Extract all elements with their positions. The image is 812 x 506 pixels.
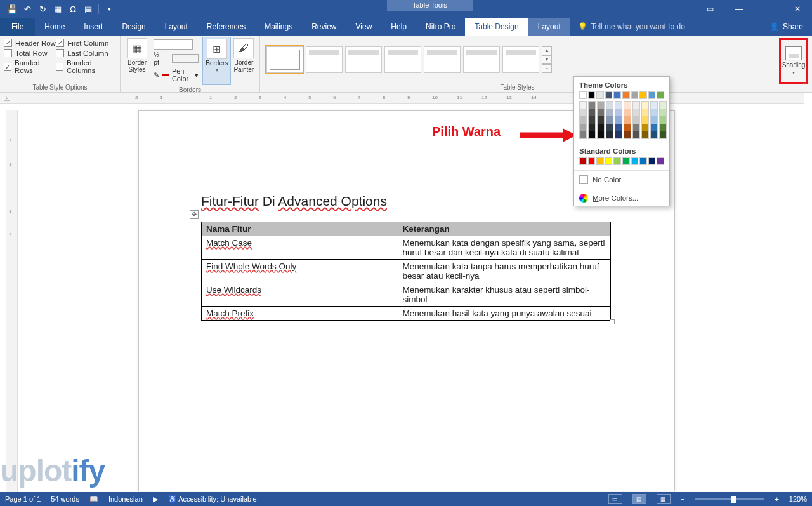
color-swatch[interactable]: [659, 131, 667, 139]
color-swatch[interactable]: [650, 124, 658, 131]
shading-button[interactable]: Shading ▾: [779, 38, 808, 84]
more-colors-item[interactable]: More Colors...: [574, 190, 669, 206]
line-style-selector[interactable]: [154, 39, 193, 50]
table-style-thumb[interactable]: [463, 46, 500, 73]
document-title[interactable]: Fitur-Fitur Di Advanced Options: [201, 194, 611, 209]
color-swatch[interactable]: [579, 131, 587, 139]
tab-table-design[interactable]: Table Design: [465, 18, 528, 36]
borders-button[interactable]: ⊞ Borders ▾: [202, 37, 231, 85]
tab-file[interactable]: File: [0, 18, 35, 36]
gallery-scroll[interactable]: ▲▼≡: [542, 46, 552, 73]
table-header[interactable]: Nama Fitur: [202, 222, 398, 236]
vertical-ruler[interactable]: 2112: [6, 110, 18, 492]
color-swatch[interactable]: [596, 157, 604, 165]
tab-help[interactable]: Help: [381, 18, 416, 36]
color-swatch[interactable]: [622, 91, 630, 99]
checkbox-total-row[interactable]: Total Row: [4, 49, 56, 57]
color-swatch[interactable]: [659, 124, 667, 131]
tab-review[interactable]: Review: [302, 18, 346, 36]
tab-mailings[interactable]: Mailings: [255, 18, 302, 36]
ribbon-display-icon[interactable]: ▭: [695, 0, 724, 18]
tab-view[interactable]: View: [346, 18, 382, 36]
color-swatch[interactable]: [650, 116, 658, 124]
color-swatch[interactable]: [613, 91, 621, 99]
redo-icon[interactable]: ↻: [36, 2, 49, 16]
color-swatch[interactable]: [613, 157, 621, 165]
table-row[interactable]: Find Whole Words OnlyMenemukan kata tanp…: [202, 260, 611, 283]
table-style-thumb[interactable]: [384, 46, 421, 73]
color-swatch[interactable]: [579, 109, 587, 116]
color-swatch[interactable]: [596, 91, 604, 99]
zoom-in-icon[interactable]: +: [775, 495, 778, 503]
pen-color-button[interactable]: ✎Pen Color ▾: [154, 67, 199, 83]
tab-table-layout[interactable]: Layout: [528, 18, 570, 36]
color-swatch[interactable]: [648, 91, 656, 99]
color-swatch[interactable]: [597, 124, 605, 131]
table-move-handle[interactable]: ✥: [190, 210, 199, 219]
color-swatch[interactable]: [588, 91, 596, 99]
color-swatch[interactable]: [631, 91, 639, 99]
page-icon[interactable]: ▤: [81, 2, 95, 16]
color-swatch[interactable]: [631, 157, 639, 165]
color-swatch[interactable]: [597, 116, 605, 124]
color-swatch[interactable]: [615, 131, 622, 139]
maximize-icon[interactable]: ☐: [754, 0, 783, 18]
color-swatch[interactable]: [624, 131, 631, 139]
color-swatch[interactable]: [588, 116, 596, 124]
save-icon[interactable]: 💾: [5, 2, 19, 16]
zoom-out-icon[interactable]: −: [681, 495, 684, 503]
color-swatch[interactable]: [597, 109, 605, 116]
color-swatch[interactable]: [659, 101, 667, 109]
color-swatch[interactable]: [579, 157, 587, 165]
color-swatch[interactable]: [588, 157, 596, 165]
color-swatch[interactable]: [641, 101, 649, 109]
color-swatch[interactable]: [588, 131, 596, 139]
tell-me-search[interactable]: 💡 Tell me what you want to do: [570, 18, 693, 36]
tab-design[interactable]: Design: [112, 18, 155, 36]
color-swatch[interactable]: [579, 116, 587, 124]
color-swatch[interactable]: [624, 101, 631, 109]
color-swatch[interactable]: [579, 101, 587, 109]
color-swatch[interactable]: [606, 124, 613, 131]
color-swatch[interactable]: [605, 91, 613, 99]
color-swatch[interactable]: [641, 131, 649, 139]
color-swatch[interactable]: [659, 116, 667, 124]
close-icon[interactable]: ✕: [783, 0, 812, 18]
checkbox-first-column[interactable]: ✓First Column: [56, 39, 116, 47]
spellcheck-icon[interactable]: 📖: [89, 495, 98, 503]
color-swatch[interactable]: [632, 131, 640, 139]
document-table[interactable]: Nama Fitur Keterangan Match CaseMenemuka…: [201, 222, 611, 321]
word-count[interactable]: 54 words: [51, 495, 79, 503]
table-row[interactable]: Use WildcardsMenemukan karakter khusus a…: [202, 283, 611, 307]
color-swatch[interactable]: [659, 109, 667, 116]
color-swatch[interactable]: [641, 116, 649, 124]
read-mode-icon[interactable]: ▭: [608, 494, 622, 504]
checkbox-banded-rows[interactable]: ✓Banded Rows: [4, 59, 56, 74]
table-style-thumb[interactable]: [306, 46, 343, 73]
color-swatch[interactable]: [632, 101, 640, 109]
checkbox-header-row[interactable]: ✓Header Row: [4, 39, 56, 47]
color-swatch[interactable]: [588, 101, 596, 109]
color-swatch[interactable]: [639, 91, 647, 99]
zoom-slider[interactable]: [695, 498, 764, 500]
color-swatch[interactable]: [624, 116, 631, 124]
checkbox-banded-columns[interactable]: Banded Columns: [56, 59, 116, 74]
color-swatch[interactable]: [579, 124, 587, 131]
symbol-icon[interactable]: Ω: [66, 2, 80, 16]
macro-icon[interactable]: ▶: [153, 495, 158, 503]
color-swatch[interactable]: [597, 101, 605, 109]
qat-customize-icon[interactable]: ▾: [102, 2, 116, 16]
color-swatch[interactable]: [648, 157, 656, 165]
table-row[interactable]: Match CaseMenemukan kata dengan spesifik…: [202, 236, 611, 260]
zoom-level[interactable]: 120%: [789, 495, 807, 503]
accessibility-indicator[interactable]: ♿ Accessibility: Unavailable: [168, 495, 257, 503]
color-swatch[interactable]: [657, 157, 664, 165]
web-layout-icon[interactable]: ▦: [657, 494, 671, 504]
color-swatch[interactable]: [650, 101, 658, 109]
tab-home[interactable]: Home: [35, 18, 74, 36]
color-swatch[interactable]: [615, 116, 622, 124]
collapse-ribbon-icon[interactable]: ⌃: [802, 81, 807, 88]
horizontal-ruler[interactable]: 211234567891011121314: [20, 93, 804, 104]
color-swatch[interactable]: [641, 109, 649, 116]
color-swatch[interactable]: [588, 109, 596, 116]
